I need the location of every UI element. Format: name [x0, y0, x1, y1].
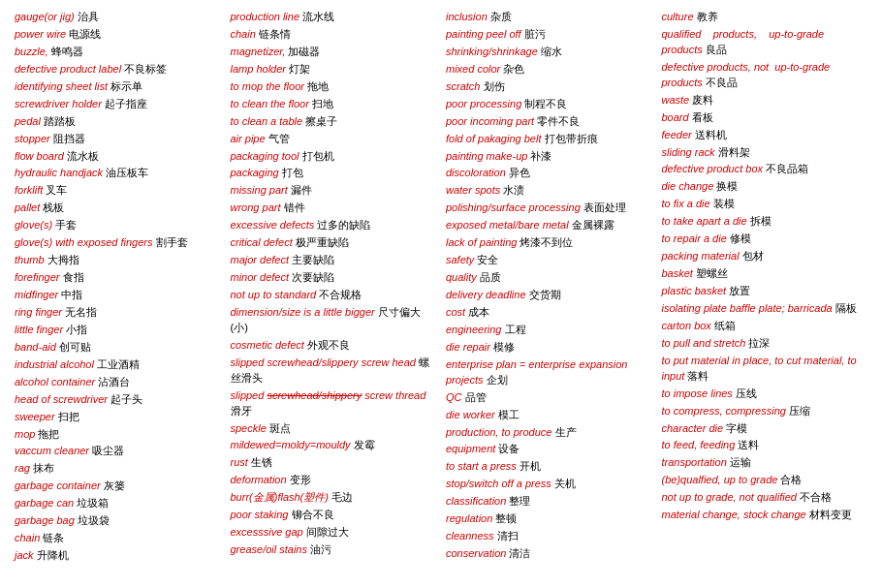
- english-term: die change: [662, 180, 714, 192]
- list-item: mop 拖把: [15, 427, 221, 443]
- list-item: to repair a die 修模: [662, 232, 868, 247]
- english-term: to fix a die: [662, 198, 710, 209]
- english-term: forklift: [15, 184, 43, 196]
- english-term: production, to produce: [446, 426, 551, 438]
- english-term: packaging: [231, 167, 279, 178]
- english-term: lamp holder: [231, 63, 286, 75]
- chinese-term: 塑螺丝: [696, 267, 728, 279]
- chinese-term: 划伤: [484, 80, 505, 92]
- list-item: glove(s) with exposed fingers 割手套: [15, 235, 221, 251]
- english-term: speckle: [231, 422, 267, 434]
- english-term: garbage can: [15, 497, 74, 509]
- chinese-term: 水渍: [503, 184, 524, 196]
- chinese-term: 铆合不良: [292, 509, 334, 520]
- chinese-term: 品质: [480, 271, 501, 283]
- chinese-term: 工业酒精: [97, 358, 140, 370]
- english-term: cosmetic defect: [231, 339, 304, 351]
- chinese-term: 极严重缺陷: [296, 236, 349, 248]
- chinese-term: 材料变更: [809, 509, 852, 520]
- english-term: mixed color: [446, 63, 500, 75]
- english-term: polishing/surface processing: [446, 201, 581, 213]
- list-item: regulation 整顿: [446, 511, 652, 527]
- english-term: sweeper: [15, 411, 55, 422]
- chinese-term: 送料机: [695, 129, 727, 140]
- list-item: painting peel off 脏污: [446, 27, 652, 43]
- english-term: power wire: [15, 28, 66, 40]
- list-item: equipment 设备: [446, 442, 652, 457]
- chinese-term: 不良标签: [124, 63, 167, 75]
- english-alt: screwhead/shippery: [267, 389, 362, 401]
- list-item: missing part 漏件: [231, 183, 437, 199]
- list-item: glove(s) 手套: [15, 218, 221, 233]
- english-term: waste: [662, 94, 690, 106]
- english-term: carton box: [662, 320, 711, 331]
- english-term: critical defect: [231, 236, 293, 248]
- list-item: to impose lines 压线: [662, 387, 868, 402]
- english-term: hydraulic handjack: [15, 167, 103, 178]
- english-term: identifying sheet list: [15, 80, 108, 92]
- english-term: to clean a table: [231, 115, 303, 127]
- chinese-term: 吸尘器: [92, 445, 124, 456]
- list-item: defective product label 不良标签: [15, 62, 221, 77]
- chinese-term: 安全: [477, 254, 498, 265]
- chinese-term: 清扫: [497, 530, 519, 542]
- list-item: to fix a die 装模: [662, 197, 868, 212]
- list-item: culture 教养: [662, 10, 868, 25]
- english-term: industrial alcohol: [15, 358, 94, 370]
- english-term: thumb: [15, 254, 45, 265]
- column-1: gauge(or jig) 治具power wire 电源线buzzle, 蜂鸣…: [15, 10, 221, 564]
- column-4: culture 教养qualified products, up-to-grad…: [662, 10, 868, 564]
- english-term: poor incoming part: [446, 115, 534, 127]
- list-item: slipped screwhead/slippery screw head 螺丝…: [231, 356, 437, 387]
- chinese-term: 打包: [282, 167, 303, 178]
- list-item: production line 流水线: [231, 10, 437, 25]
- list-item: head of screwdriver 起子头: [15, 392, 221, 408]
- list-item: packaging 打包: [231, 166, 437, 181]
- chinese-term: 食指: [63, 271, 84, 283]
- chinese-term: 整理: [509, 495, 530, 507]
- chinese-term: 补漆: [530, 150, 551, 162]
- english-term: burr(金属)flash(塑件): [231, 491, 329, 503]
- chinese-term: 不合格: [800, 491, 832, 503]
- english-term: QC: [446, 391, 462, 403]
- list-item: jack 升降机: [15, 548, 221, 564]
- english-term: lack of painting: [446, 236, 517, 248]
- list-item: character die 字模: [662, 421, 868, 437]
- chinese-term: 过多的缺陷: [317, 219, 370, 231]
- english-term: slipped: [231, 389, 265, 401]
- english-term: (be)qualfied, up to grade: [662, 474, 778, 485]
- chinese-term: 垃圾袋: [78, 514, 110, 526]
- list-item: excesssive gap 间隙过大: [231, 525, 437, 541]
- chinese-term: 中指: [61, 289, 82, 300]
- list-item: poor staking 铆合不良: [231, 508, 437, 523]
- list-item: industrial alcohol 工业酒精: [15, 357, 221, 373]
- list-item: cleanness 清扫: [446, 529, 652, 544]
- english-term2: screw thread: [364, 389, 425, 401]
- chinese-term: 间隙过大: [306, 526, 349, 538]
- list-item: water spots 水渍: [446, 183, 652, 199]
- english-term: stopper: [15, 133, 50, 144]
- english-term: glove(s) with exposed fingers: [15, 236, 152, 248]
- list-item: grease/oil stains 油污: [231, 542, 437, 558]
- chinese-term: 无名指: [65, 306, 97, 318]
- chinese-term: 抹布: [33, 462, 54, 474]
- chinese-term: 扫把: [58, 411, 79, 422]
- english-term: safety: [446, 254, 474, 265]
- list-item: material change, stock change 材料变更: [662, 508, 868, 523]
- english-term: screwdriver holder: [15, 98, 102, 109]
- list-item: sliding rack 滑料架: [662, 145, 868, 161]
- list-item: plastic basket 放置: [662, 284, 868, 299]
- list-item: QC 品管: [446, 390, 652, 406]
- english-term: major defect: [231, 254, 290, 265]
- list-item: basket 塑螺丝: [662, 266, 868, 282]
- chinese-term: 扫地: [312, 98, 333, 109]
- list-item: safety 安全: [446, 253, 652, 268]
- list-item: buzzle, 蜂鸣器: [15, 45, 221, 60]
- list-item: critical defect 极严重缺陷: [231, 235, 437, 251]
- list-item: midfinger 中指: [15, 288, 221, 303]
- english-term: discoloration: [446, 167, 506, 178]
- english-term: magnetizer,: [231, 46, 286, 57]
- list-item: die worker 模工: [446, 408, 652, 423]
- chinese-term: 蜂鸣器: [51, 46, 83, 57]
- chinese-term: 主要缺陷: [292, 254, 334, 265]
